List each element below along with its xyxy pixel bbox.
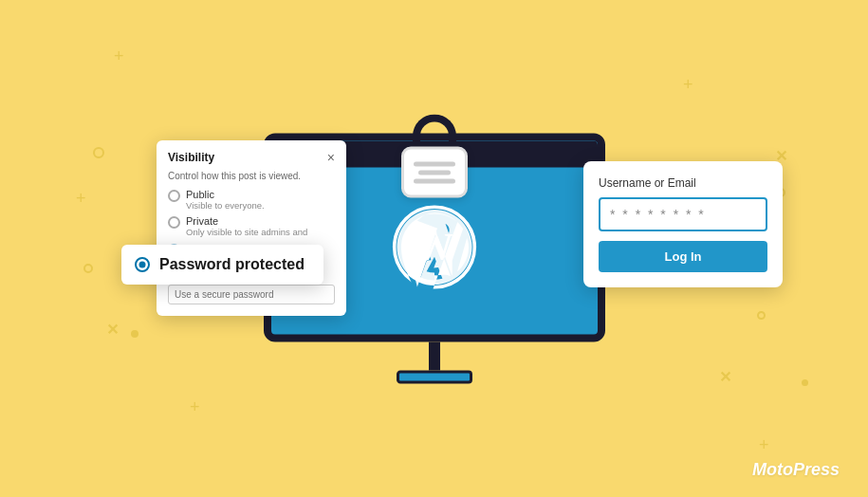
padlock-shackle [413, 114, 456, 146]
padlock [401, 114, 468, 197]
radio-private-label: Private [186, 215, 307, 227]
radio-private [168, 216, 180, 229]
wordpress-logo: W [392, 204, 477, 289]
deco-x-2: ✕ [719, 368, 731, 386]
deco-plus-3: + [76, 190, 86, 207]
visibility-option-public[interactable]: Public Visible to everyone. [168, 189, 335, 212]
padlock-body [401, 146, 468, 197]
svg-text:W: W [416, 226, 453, 267]
visibility-panel-header: Visibility × [168, 150, 335, 165]
login-username-label: Username or Email [599, 176, 767, 190]
visibility-panel: Visibility × Control how this post is vi… [157, 140, 346, 316]
deco-circle-2 [83, 264, 93, 273]
padlock-line-3 [414, 178, 455, 183]
deco-circle-3 [131, 330, 139, 338]
radio-public-desc: Visible to everyone. [186, 200, 265, 212]
visibility-option-public-text: Public Visible to everyone. [186, 189, 265, 212]
visibility-option-private[interactable]: Private Only visible to site admins and [168, 215, 335, 238]
login-panel: Username or Email Log In [583, 161, 783, 287]
radio-private-desc: Only visible to site admins and [186, 227, 307, 238]
motopress-logo-text: MotoPress [752, 460, 840, 479]
visibility-option-private-text: Private Only visible to site admins and [186, 215, 307, 238]
visibility-subtitle: Control how this post is viewed. [168, 171, 335, 181]
radio-public-label: Public [186, 189, 265, 200]
deco-circle-6 [802, 379, 808, 386]
visibility-panel-title: Visibility [168, 151, 214, 164]
monitor-stand [429, 341, 440, 370]
deco-plus-5: + [759, 436, 769, 453]
deco-circle-5 [757, 311, 766, 320]
deco-plus-1: + [114, 47, 124, 64]
badge-radio-icon [135, 257, 150, 272]
password-protected-badge: Password protected [121, 245, 323, 285]
password-protected-label: Password protected [159, 256, 305, 273]
login-password-field[interactable] [599, 197, 767, 231]
password-input[interactable] [168, 285, 335, 304]
deco-plus-4: + [190, 398, 200, 415]
monitor-base [397, 370, 472, 383]
padlock-line-1 [414, 161, 455, 166]
motopress-brand: MotoPress [752, 460, 840, 480]
visibility-close-button[interactable]: × [327, 150, 335, 165]
deco-plus-2: + [683, 76, 693, 93]
login-button[interactable]: Log In [599, 241, 767, 272]
padlock-line-2 [418, 170, 451, 175]
radio-public [168, 190, 180, 202]
deco-x-3: ✕ [106, 321, 119, 339]
deco-circle-1 [93, 147, 104, 158]
